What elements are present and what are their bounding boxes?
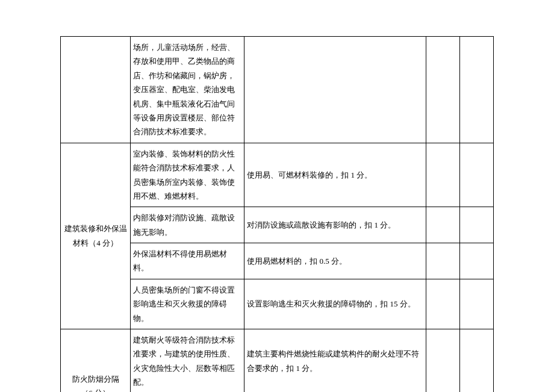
scoring-cell: 建筑主要构件燃烧性能或建筑构件的耐火处理不符合要求的，扣 1 分。 [244, 329, 426, 392]
score-cell-b [459, 143, 493, 207]
score-cell-b [459, 243, 493, 279]
category-cell: 防火防烟分隔 （6 分） [61, 329, 131, 392]
scoring-cell: 使用易、可燃材料装修的，扣 1 分。 [244, 143, 426, 207]
scoring-cell: 使用易燃材料的，扣 0.5 分。 [244, 243, 426, 279]
criteria-cell: 建筑耐火等级符合消防技术标准要求，与建筑的使用性质、火灾危险性大小、层数等相匹配… [131, 329, 244, 392]
score-cell-b [459, 279, 493, 329]
scoring-cell: 对消防设施或疏散设施有影响的，扣 1 分。 [244, 207, 426, 243]
score-cell-a [426, 143, 459, 207]
criteria-cell: 外保温材料不得使用易燃材料。 [131, 243, 244, 279]
scoring-cell: 设置影响逃生和灭火救援的障碍物的，扣 15 分。 [244, 279, 426, 329]
criteria-cell: 室内装修、装饰材料的防火性能符合消防技术标准要求，人员密集场所室内装修、装饰使用… [131, 143, 244, 207]
score-cell-b [459, 37, 493, 143]
score-cell-a [426, 279, 459, 329]
score-cell-b [459, 207, 493, 243]
table-row: 场所，儿童活动场所，经营、存放和使用甲、乙类物品的商店、作坊和储藏间，锅炉房，变… [61, 37, 494, 143]
score-cell-a [426, 37, 459, 143]
assessment-table: 场所，儿童活动场所，经营、存放和使用甲、乙类物品的商店、作坊和储藏间，锅炉房，变… [60, 36, 494, 392]
score-cell-b [459, 329, 493, 392]
table-row: 建筑装修和外保温材料（4 分） 室内装修、装饰材料的防火性能符合消防技术标准要求… [61, 143, 494, 207]
score-cell-a [426, 207, 459, 243]
scoring-cell [244, 37, 426, 143]
category-cell: 建筑装修和外保温材料（4 分） [61, 143, 131, 329]
category-cell [61, 37, 131, 143]
table-row: 防火防烟分隔 （6 分） 建筑耐火等级符合消防技术标准要求，与建筑的使用性质、火… [61, 329, 494, 392]
score-cell-a [426, 329, 459, 392]
criteria-cell: 人员密集场所的门窗不得设置影响逃生和灭火救援的障碍物。 [131, 279, 244, 329]
criteria-cell: 内部装修对消防设施、疏散设施无影响。 [131, 207, 244, 243]
score-cell-a [426, 243, 459, 279]
criteria-cell: 场所，儿童活动场所，经营、存放和使用甲、乙类物品的商店、作坊和储藏间，锅炉房，变… [131, 37, 244, 143]
